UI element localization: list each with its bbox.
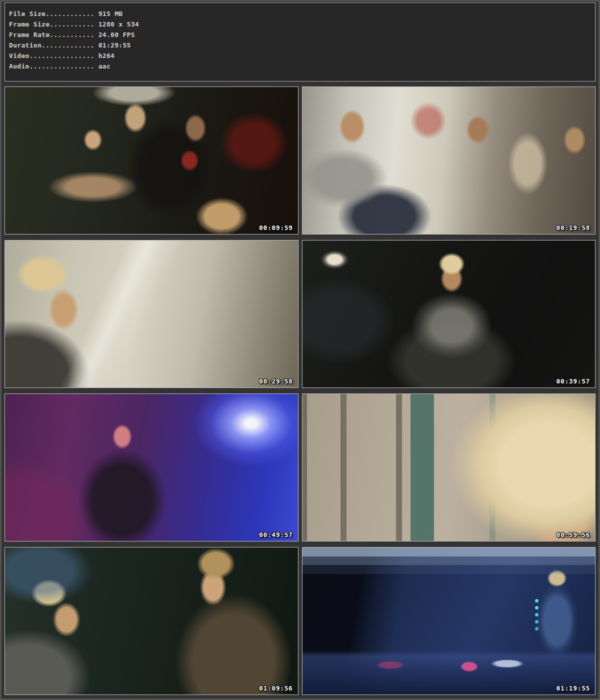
screenshots-grid: 00:09:59 00:19:58 00:29:58 00:39:57 00:4… bbox=[4, 86, 596, 695]
screenshot-thumbnail-3: 00:29:58 bbox=[4, 240, 298, 388]
screenshot-thumbnail-4: 00:39:57 bbox=[302, 240, 596, 388]
screenshot-thumbnail-6: 00:59:56 bbox=[302, 394, 596, 542]
screenshot-thumbnail-7: 01:09:56 bbox=[4, 547, 298, 695]
timestamp-overlay: 00:09:59 bbox=[259, 224, 292, 232]
scene-art bbox=[302, 394, 596, 541]
info-label: Frame Rate bbox=[9, 31, 50, 38]
page-container: File Size............915 MB Frame Size..… bbox=[0, 0, 600, 700]
dot-leader: ............ bbox=[46, 10, 94, 18]
led-dots-column bbox=[535, 599, 538, 602]
scene-art bbox=[5, 548, 298, 694]
screenshot-thumbnail-1: 00:09:59 bbox=[4, 86, 298, 234]
screenshot-thumbnail-5: 00:49:57 bbox=[4, 394, 298, 542]
scene-art bbox=[302, 240, 596, 388]
info-label: Frame Size bbox=[9, 20, 50, 28]
info-value: h264 bbox=[94, 52, 115, 60]
info-value: 1280 x 534 bbox=[94, 20, 139, 28]
timestamp-overlay: 00:59:56 bbox=[556, 531, 590, 538]
info-row-duration: Duration.............01:29:55 bbox=[9, 40, 591, 50]
info-label: Audio bbox=[9, 62, 30, 70]
info-value: aac bbox=[94, 62, 110, 70]
file-info-panel: File Size............915 MB Frame Size..… bbox=[4, 2, 596, 82]
info-row-audio: Audio................aac bbox=[9, 61, 591, 72]
dot-leader: ........... bbox=[50, 31, 94, 38]
info-label: File Size bbox=[9, 10, 46, 18]
timestamp-overlay: 00:49:57 bbox=[259, 531, 292, 538]
info-row-frame-size: Frame Size...........1280 x 534 bbox=[9, 19, 591, 30]
info-label: Duration bbox=[9, 42, 42, 49]
info-value: 24.00 FPS bbox=[94, 31, 135, 38]
timestamp-overlay: 01:19:55 bbox=[556, 684, 590, 692]
timestamp-overlay: 00:29:58 bbox=[259, 378, 292, 385]
dot-leader: ................ bbox=[30, 62, 94, 70]
screenshot-thumbnail-2: 00:19:58 bbox=[302, 86, 596, 234]
scene-art bbox=[5, 240, 298, 388]
scene-art bbox=[302, 87, 596, 234]
info-row-video: Video................h264 bbox=[9, 50, 591, 61]
dot-leader: ............. bbox=[42, 42, 94, 49]
info-row-frame-rate: Frame Rate...........24.00 FPS bbox=[9, 30, 591, 40]
info-value: 01:29:55 bbox=[94, 42, 131, 49]
info-row-file-size: File Size............915 MB bbox=[9, 8, 591, 19]
scene-art bbox=[5, 394, 298, 541]
timestamp-overlay: 01:09:56 bbox=[259, 684, 292, 692]
screenshot-thumbnail-8: 01:19:55 bbox=[302, 547, 596, 695]
dot-leader: ................ bbox=[30, 52, 94, 60]
scene-art bbox=[5, 87, 298, 234]
timestamp-overlay: 00:19:58 bbox=[556, 224, 590, 232]
scene-art bbox=[302, 548, 596, 694]
timestamp-overlay: 00:39:57 bbox=[556, 378, 590, 385]
info-label: Video bbox=[9, 52, 30, 60]
info-value: 915 MB bbox=[94, 10, 123, 18]
dot-leader: ........... bbox=[50, 20, 94, 28]
